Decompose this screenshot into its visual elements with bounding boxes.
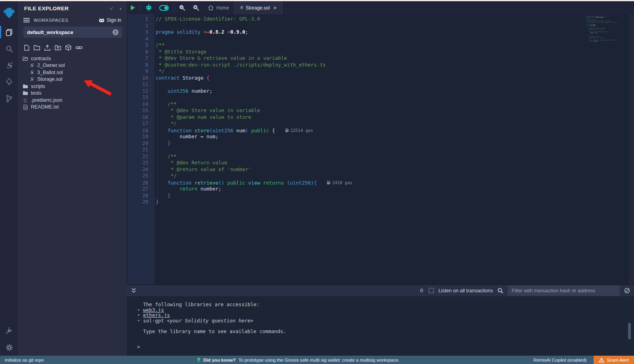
robot-icon: [145, 4, 152, 11]
code-editor[interactable]: 1// SPDX-License-Identifier: GPL-3.023pr…: [127, 14, 634, 284]
code-line[interactable]: 5/**: [127, 42, 634, 49]
tree-item-scripts[interactable]: scripts: [19, 83, 127, 90]
code-line[interactable]: 23 * @dev Return value: [127, 160, 634, 166]
tree-item-README.txt[interactable]: README.txt: [19, 104, 127, 111]
sidebar-item-file-explorer[interactable]: [0, 24, 19, 40]
link-icon[interactable]: [76, 45, 82, 50]
remix-logo-icon[interactable]: [0, 3, 19, 22]
line-number: 24: [127, 166, 148, 173]
github-icon: [99, 18, 105, 23]
code-line[interactable]: 13: [127, 94, 634, 101]
lightbulb-icon: [197, 357, 201, 362]
file-name: scripts: [31, 84, 45, 89]
sidebar-item-plugin-manager[interactable]: [0, 322, 19, 339]
terminal-scrollbar-thumb[interactable]: [628, 323, 631, 339]
sidebar-item-solidity-compiler[interactable]: S: [0, 57, 19, 74]
run-script-button[interactable]: [127, 1, 139, 14]
line-number: 29: [127, 199, 148, 206]
code-line[interactable]: 22 /**: [127, 153, 634, 160]
code-line[interactable]: 4: [127, 36, 634, 42]
clear-filter-block-icon[interactable]: [624, 288, 630, 293]
workbench: Home S Storage.sol × 1// SPDX-License-Id…: [127, 1, 634, 356]
line-number: 8: [127, 62, 148, 69]
sidebar-item-deploy-and-run[interactable]: [0, 74, 19, 90]
code-line[interactable]: 24 * @return value of 'number': [127, 166, 634, 173]
terminal-prompt[interactable]: >: [137, 344, 634, 350]
expand-panel-chevron-icon[interactable]: ›: [120, 6, 121, 11]
tab-storage-sol[interactable]: S Storage.sol ×: [234, 1, 282, 14]
code-line[interactable]: 8 * @custom:dev-run-script ./scripts/dep…: [127, 62, 634, 69]
terminal-search-icon: [497, 288, 503, 293]
tree-item-tests[interactable]: tests: [19, 90, 127, 97]
code-line[interactable]: 3pragma solidity >=0.8.2 <0.9.0;: [127, 29, 634, 36]
create-file-icon[interactable]: [24, 45, 29, 51]
code-line[interactable]: 2: [127, 23, 634, 29]
tab-home[interactable]: Home: [203, 1, 234, 14]
code-line[interactable]: 6 * @title Storage: [127, 49, 634, 55]
line-number: 18: [127, 128, 148, 134]
transaction-filter-input[interactable]: [508, 286, 620, 296]
sidebar-item-git[interactable]: [0, 90, 19, 107]
copilot-toggle[interactable]: [156, 1, 172, 14]
git-init-status[interactable]: Initialize as git repo: [5, 358, 44, 362]
zoom-out-icon: [179, 4, 185, 11]
code-line[interactable]: 9 */: [127, 68, 634, 75]
workspaces-menu-icon[interactable]: [23, 18, 30, 23]
cube-icon[interactable]: [65, 44, 71, 51]
editor-scrollbar[interactable]: [629, 14, 634, 284]
code-line[interactable]: 11: [127, 81, 634, 88]
sidebar-item-settings[interactable]: [0, 339, 19, 356]
code-line[interactable]: 29}: [127, 199, 634, 206]
terminal-line: The following libraries are accessible:: [137, 302, 634, 307]
code-line[interactable]: 14 /**: [127, 101, 634, 108]
home-icon: [208, 5, 214, 10]
line-number: 7: [127, 55, 148, 62]
expand-terminal-icon[interactable]: [132, 288, 136, 293]
zoom-in-button[interactable]: [189, 1, 203, 14]
scam-alert-button[interactable]: Scam Alert: [594, 356, 634, 364]
create-folder-icon[interactable]: [34, 45, 40, 50]
tree-item-Storage.sol[interactable]: SStorage.sol: [19, 76, 127, 83]
transaction-count-badge: 0: [420, 288, 423, 293]
remixai-assistant-button[interactable]: [142, 1, 156, 14]
editor-minimap[interactable]: // SPDX-License-Identifier: GPL-3.0pragm…: [586, 16, 628, 44]
code-line[interactable]: 20 }: [127, 140, 634, 147]
terminal-line: • web3.js: [137, 307, 634, 313]
code-line[interactable]: 1// SPDX-License-Identifier: GPL-3.0: [127, 16, 634, 23]
sign-in-button[interactable]: Sign in: [99, 17, 121, 23]
files-icon: [5, 28, 13, 36]
close-tab-icon[interactable]: ×: [273, 5, 277, 11]
code-line[interactable]: 15 * @dev Store value in variable: [127, 107, 634, 114]
zoom-out-button[interactable]: [175, 1, 189, 14]
solidity-icon: S: [29, 76, 34, 82]
code-line[interactable]: 17 */: [127, 120, 634, 127]
tree-item-contracts[interactable]: contracts: [19, 55, 127, 62]
tree-item-2_Owner.sol[interactable]: S2_Owner.sol: [19, 62, 127, 69]
tree-item-.prettierrc.json[interactable]: {}.prettierrc.json: [19, 97, 127, 104]
code-line[interactable]: 10contract Storage {: [127, 75, 634, 82]
code-line[interactable]: 18 function store(uint256 num) public {2…: [127, 127, 634, 134]
terminal[interactable]: The following libraries are accessible:•…: [127, 296, 634, 356]
tree-item-3_Ballot.sol[interactable]: S3_Ballot.sol: [19, 69, 127, 76]
sidebar-item-search[interactable]: [0, 40, 19, 57]
code-line[interactable]: 28 }: [127, 192, 634, 199]
line-number: 16: [127, 114, 148, 121]
code-line[interactable]: 21: [127, 147, 634, 153]
upload-folder-icon[interactable]: [55, 45, 61, 50]
file-tree: contractsS2_Owner.solS3_Ballot.solSStora…: [19, 53, 127, 111]
code-line[interactable]: 27 return number;: [127, 186, 634, 192]
code-line[interactable]: 19 number = num;: [127, 133, 634, 140]
upload-file-icon[interactable]: [44, 45, 50, 51]
search-icon: [6, 45, 13, 53]
panel-title: FILE EXPLORER: [24, 6, 69, 11]
file-name: tests: [31, 90, 41, 96]
line-number: 2: [127, 23, 148, 29]
listen-all-transactions-checkbox[interactable]: [429, 288, 434, 293]
code-line[interactable]: 12 uint256 number;: [127, 88, 634, 95]
code-line[interactable]: 26 function retrieve() public view retur…: [127, 179, 634, 186]
code-line[interactable]: 25 */: [127, 173, 634, 179]
line-number: 3: [127, 29, 148, 36]
code-line[interactable]: 16 * @param num value to store: [127, 114, 634, 121]
code-line[interactable]: 7 * @dev Store & retrieve value in a var…: [127, 55, 634, 62]
workspace-select[interactable]: default_workspace: [23, 27, 122, 38]
